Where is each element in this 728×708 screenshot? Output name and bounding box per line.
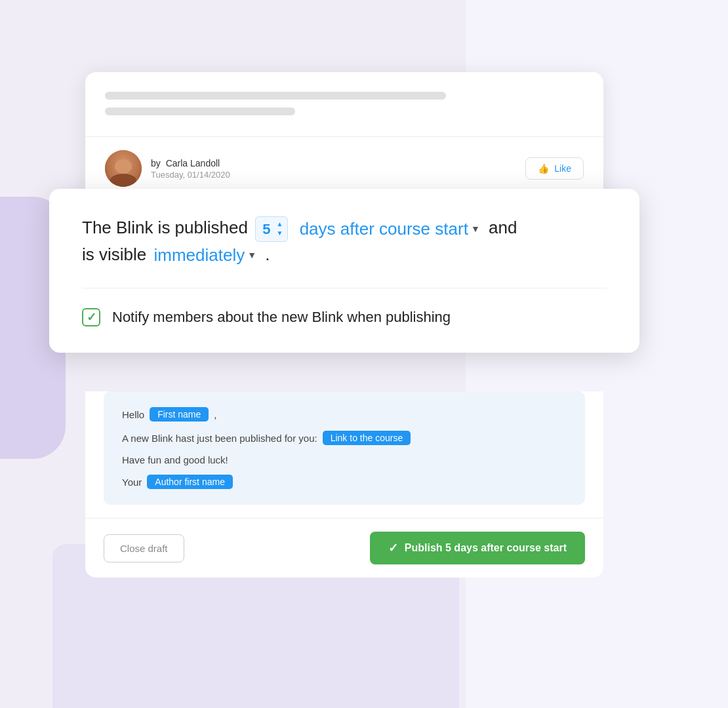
- like-label: Like: [554, 163, 571, 174]
- immediately-label: immediately: [153, 243, 245, 268]
- link-to-course-badge: Link to the course: [323, 431, 411, 445]
- author-info: by Carla Landoll Tuesday, 01/14/2020: [105, 150, 230, 187]
- author-name: by Carla Landoll: [151, 158, 230, 168]
- author-text: by Carla Landoll Tuesday, 01/14/2020: [151, 158, 230, 180]
- days-after-label: days after course start: [300, 216, 468, 242]
- close-draft-button[interactable]: Close draft: [104, 534, 184, 562]
- dropdown-caret-visibility-icon: ▼: [247, 248, 256, 262]
- hello-label: Hello: [122, 409, 144, 420]
- publish-button[interactable]: ✓ Publish 5 days after course start: [370, 532, 585, 564]
- email-preview: Hello First name , A new Blink hast just…: [104, 391, 585, 505]
- skeleton-section: [85, 72, 603, 137]
- dropdown-caret-icon: ▼: [471, 222, 480, 236]
- skeleton-line-2: [105, 108, 295, 115]
- action-bar: Close draft ✓ Publish 5 days after cours…: [85, 518, 603, 578]
- days-value: 5: [262, 218, 270, 240]
- thumbs-up-icon: 👍: [538, 163, 549, 174]
- email-section: Hello First name , A new Blink hast just…: [85, 391, 603, 578]
- publish-check-icon: ✓: [388, 541, 398, 555]
- your-label: Your: [122, 477, 142, 488]
- is-visible-label: is visible: [82, 245, 146, 264]
- notify-checkbox[interactable]: ✓: [82, 308, 100, 326]
- email-message-line: A new Blink hast just been published for…: [122, 431, 567, 445]
- publish-sentence: The Blink is published 5 ▲ ▼ days after …: [82, 215, 607, 268]
- divider: [82, 288, 607, 288]
- checkbox-row: ✓ Notify members about the new Blink whe…: [82, 308, 607, 326]
- comma: ,: [214, 409, 216, 420]
- author-date: Tuesday, 01/14/2020: [151, 170, 230, 180]
- notify-label: Notify members about the new Blink when …: [112, 309, 451, 326]
- avatar: [105, 150, 142, 187]
- period: .: [265, 245, 270, 264]
- days-after-dropdown[interactable]: days after course start ▼: [300, 216, 480, 242]
- message-text: A new Blink hast just been published for…: [122, 433, 317, 444]
- and-label: and: [489, 218, 517, 237]
- skeleton-line-1: [105, 92, 446, 100]
- publish-label: Publish 5 days after course start: [405, 542, 567, 554]
- avatar-face: [105, 150, 142, 187]
- first-name-badge: First name: [150, 407, 209, 422]
- spinner-down-arrow[interactable]: ▼: [274, 229, 285, 238]
- spinner-arrows: ▲ ▼: [274, 220, 285, 238]
- days-spinner[interactable]: 5 ▲ ▼: [255, 216, 288, 242]
- spinner-up-arrow[interactable]: ▲: [274, 220, 285, 229]
- like-button[interactable]: 👍 Like: [525, 157, 584, 180]
- email-your-line: Your Author first name: [122, 475, 567, 489]
- modal: The Blink is published 5 ▲ ▼ days after …: [49, 189, 639, 353]
- email-hello-line: Hello First name ,: [122, 407, 567, 422]
- email-fun-line: Have fun and good luck!: [122, 454, 567, 465]
- checkmark-icon: ✓: [87, 310, 96, 324]
- sentence-part1: The Blink is published: [82, 218, 248, 237]
- author-first-name-badge: Author first name: [147, 475, 233, 489]
- visibility-dropdown[interactable]: immediately ▼: [153, 243, 256, 268]
- fun-text: Have fun and good luck!: [122, 454, 228, 465]
